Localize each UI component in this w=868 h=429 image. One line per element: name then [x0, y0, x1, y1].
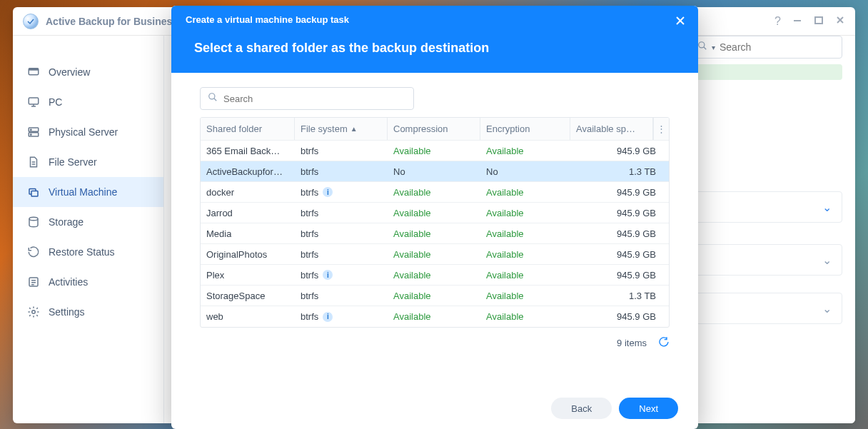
- cell-folder: OriginalPhotos: [201, 249, 295, 260]
- dashboard-icon: [27, 66, 40, 79]
- cell-compression: Available: [388, 208, 480, 218]
- svg-point-23: [699, 42, 705, 48]
- table-row[interactable]: StorageSpacebtrfsAvailableAvailable1.3 T…: [201, 286, 669, 306]
- sidebar-item-virtual-machine[interactable]: Virtual Machine: [13, 177, 163, 207]
- minimize-icon[interactable]: [792, 15, 802, 28]
- app-logo-icon: [23, 14, 39, 29]
- cell-space: 945.9 GB: [570, 146, 669, 156]
- table-row[interactable]: 365 Email Back…btrfsAvailableAvailable94…: [201, 141, 669, 161]
- table-row[interactable]: JarrodbtrfsAvailableAvailable945.9 GB: [201, 203, 669, 223]
- cell-fs: btrfs: [295, 291, 388, 301]
- column-available-space[interactable]: Available spa…: [570, 118, 653, 140]
- cell-compression: Available: [388, 270, 480, 281]
- svg-rect-5: [29, 69, 39, 71]
- chevron-down-icon: ⌄: [822, 201, 832, 214]
- sidebar-item-label: Storage: [49, 216, 84, 228]
- cell-fs: btrfsi: [295, 270, 388, 281]
- cell-folder: ActiveBackupfor…: [201, 166, 295, 177]
- sidebar-item-label: Overview: [49, 66, 90, 78]
- window-controls: ?: [774, 15, 845, 28]
- folder-table: Shared folder File system▲ Compression E…: [200, 117, 670, 328]
- svg-point-17: [29, 217, 38, 221]
- svg-rect-16: [31, 191, 38, 197]
- sidebar-item-activities[interactable]: Activities: [13, 267, 163, 297]
- server-icon: [27, 126, 40, 138]
- cell-fs: btrfsi: [295, 311, 388, 322]
- modal-title: Create a virtual machine backup task: [186, 14, 684, 25]
- cell-compression: Available: [388, 291, 480, 301]
- help-icon[interactable]: ?: [774, 15, 781, 28]
- sidebar-item-label: Physical Server: [49, 126, 118, 138]
- folder-search-input[interactable]: [223, 94, 406, 104]
- table-row[interactable]: dockerbtrfsiAvailableAvailable945.9 GB: [201, 182, 669, 203]
- item-count: 9 items: [617, 338, 647, 348]
- info-icon[interactable]: i: [323, 270, 333, 280]
- cell-fs: btrfs: [295, 166, 388, 177]
- back-button[interactable]: Back: [551, 398, 612, 419]
- cell-folder: Jarrod: [201, 208, 295, 218]
- cell-folder: Media: [201, 228, 295, 239]
- close-modal-button[interactable]: [674, 14, 687, 27]
- svg-rect-6: [29, 98, 39, 104]
- sidebar-item-pc[interactable]: PC: [13, 87, 163, 117]
- cell-space: 945.9 GB: [570, 228, 669, 239]
- cell-compression: Available: [388, 187, 480, 198]
- cell-fs: btrfs: [295, 249, 388, 260]
- cell-compression: Available: [388, 249, 480, 260]
- column-file-system[interactable]: File system▲: [295, 118, 388, 140]
- sidebar-item-restore-status[interactable]: Restore Status: [13, 237, 163, 267]
- cell-folder: docker: [201, 187, 295, 198]
- sidebar-item-settings[interactable]: Settings: [13, 297, 163, 327]
- svg-point-27: [209, 94, 215, 99]
- cell-space: 945.9 GB: [570, 249, 669, 260]
- chevron-down-icon: ⌄: [822, 302, 832, 316]
- cell-encryption: Available: [480, 146, 570, 156]
- restore-icon: [27, 246, 40, 258]
- cell-compression: No: [388, 166, 480, 177]
- svg-rect-1: [815, 17, 822, 24]
- storage-icon: [27, 216, 40, 228]
- cell-space: 945.9 GB: [570, 311, 669, 322]
- column-options-icon[interactable]: ⋮: [653, 118, 669, 140]
- table-header: Shared folder File system▲ Compression E…: [201, 118, 669, 141]
- search-icon: [697, 41, 707, 54]
- cell-encryption: No: [480, 166, 570, 177]
- sidebar-item-overview[interactable]: Overview: [13, 57, 163, 87]
- column-shared-folder[interactable]: Shared folder: [201, 118, 295, 140]
- column-encryption[interactable]: Encryption: [480, 118, 570, 140]
- sidebar-item-storage[interactable]: Storage: [13, 207, 163, 237]
- close-window-icon[interactable]: [835, 15, 845, 28]
- cell-encryption: Available: [480, 228, 570, 239]
- folder-search-box[interactable]: [200, 87, 414, 110]
- sort-asc-icon: ▲: [350, 125, 358, 133]
- next-button[interactable]: Next: [619, 398, 678, 419]
- sidebar-item-label: Virtual Machine: [49, 186, 117, 198]
- table-row[interactable]: OriginalPhotosbtrfsAvailableAvailable945…: [201, 244, 669, 265]
- sidebar-item-label: Settings: [49, 306, 85, 318]
- maximize-icon[interactable]: [814, 15, 824, 28]
- table-row[interactable]: webbtrfsiAvailableAvailable945.9 GB: [201, 306, 669, 327]
- refresh-button[interactable]: [658, 336, 670, 350]
- sidebar: Overview PC Physical Server File Server: [13, 36, 164, 423]
- table-row[interactable]: ActiveBackupfor…btrfsNoNo1.3 TB: [201, 161, 669, 182]
- dropdown-icon[interactable]: ▾: [712, 44, 715, 51]
- bg-search-box[interactable]: ▾: [690, 36, 842, 59]
- vm-icon: [27, 186, 40, 198]
- bg-search-input[interactable]: [720, 41, 834, 53]
- table-row[interactable]: MediabtrfsAvailableAvailable945.9 GB: [201, 223, 669, 244]
- info-icon[interactable]: i: [323, 187, 333, 197]
- sidebar-item-physical-server[interactable]: Physical Server: [13, 117, 163, 147]
- cell-folder: StorageSpace: [201, 291, 295, 301]
- sidebar-item-label: File Server: [49, 156, 97, 168]
- chevron-down-icon: ⌄: [822, 253, 832, 267]
- cell-encryption: Available: [480, 208, 570, 218]
- sidebar-item-file-server[interactable]: File Server: [13, 147, 163, 177]
- svg-point-12: [31, 134, 32, 136]
- table-row[interactable]: PlexbtrfsiAvailableAvailable945.9 GB: [201, 265, 669, 286]
- sidebar-item-label: Activities: [49, 276, 88, 288]
- cell-encryption: Available: [480, 311, 570, 322]
- cell-compression: Available: [388, 146, 480, 156]
- modal-subtitle: Select a shared folder as the backup des…: [194, 41, 684, 56]
- info-icon[interactable]: i: [323, 312, 333, 322]
- column-compression[interactable]: Compression: [388, 118, 480, 140]
